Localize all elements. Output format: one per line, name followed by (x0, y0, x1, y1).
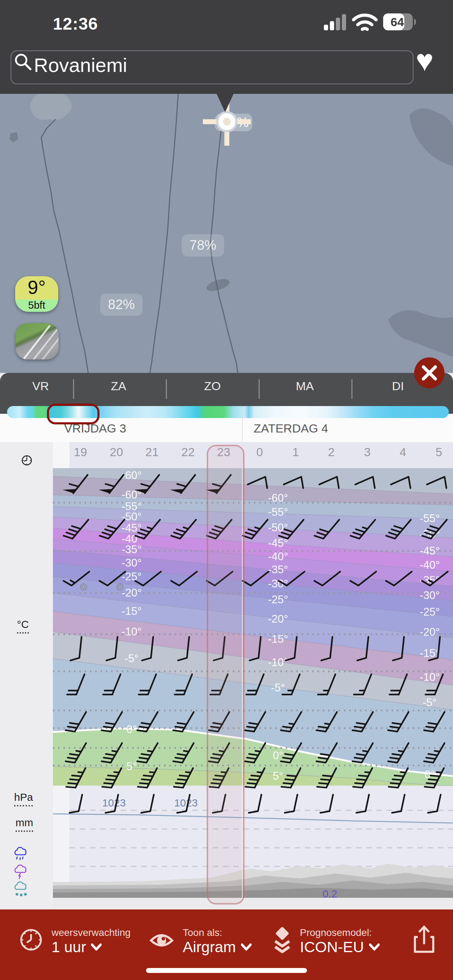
temp-contour-label: -20° (420, 626, 440, 638)
temp-contour-label: -5° (271, 682, 285, 694)
forecast-model-dropdown[interactable]: Prognosemodel: ICON-EU (272, 927, 380, 956)
header-pointer (217, 94, 234, 112)
chevron-down-icon (241, 943, 251, 951)
temp-contour-label: -50° (268, 522, 288, 534)
temp-contour-label: -20° (268, 613, 288, 625)
temperature-value: 9° (15, 276, 58, 299)
temp-contour-label: -15° (121, 605, 141, 617)
forecast-step-dropdown[interactable]: weersverwachting 1 uur (18, 927, 130, 956)
day-selector-item[interactable]: DI (392, 379, 404, 393)
day-divider (259, 379, 260, 399)
day-selector-item[interactable]: VR (32, 379, 49, 393)
svg-text:64: 64 (391, 15, 404, 29)
day-selector-item[interactable]: ZA (111, 379, 126, 393)
hour-label[interactable]: 4 (400, 445, 407, 459)
eye-icon (148, 927, 175, 953)
signal-icon (324, 14, 346, 30)
day-divider (166, 379, 167, 399)
chevron-down-icon (91, 943, 102, 951)
humidity-badge[interactable]: 82% (100, 294, 143, 316)
airgram-chart: -60°-60°-55°-50°-45°-40°-35°-30°-25°-20°… (53, 468, 453, 898)
status-icons: 64 (324, 11, 419, 35)
temp-contour-label: -45° (420, 545, 440, 557)
map-border-line (150, 94, 178, 373)
hour-label[interactable]: 3 (364, 445, 371, 459)
pressure-value-label: 1023 (102, 797, 126, 808)
precip-value-label: 0.2 (323, 888, 337, 898)
axis-label-pressure[interactable]: hPa (14, 791, 33, 807)
hour-label[interactable]: 5 (436, 445, 442, 459)
hour-label[interactable]: 19 (74, 445, 87, 459)
temp-contour-label: -35° (121, 543, 141, 555)
selected-time-column[interactable] (207, 445, 245, 905)
temp-contour-label: -40° (268, 550, 288, 563)
day-divider (351, 379, 353, 399)
thunder-icon (13, 862, 30, 881)
hour-label[interactable]: 21 (145, 445, 159, 459)
close-button[interactable] (414, 357, 445, 388)
status-time: 12:36 (53, 14, 98, 33)
dropdown-label: weersverwachting (51, 927, 130, 939)
temp-contour-label: -20° (121, 587, 141, 599)
dropdown-label: Prognosemodel: (300, 927, 380, 939)
temp-contour-label: -25° (268, 593, 288, 606)
temp-contour-label: -50° (121, 511, 141, 523)
app-screen: % 78% 82% 9° 5bft 12:36 (0, 0, 453, 980)
temp-contour-label: -40° (420, 559, 440, 571)
temp-contour-label: -5° (423, 696, 437, 709)
humidity-badge[interactable]: 78% (182, 234, 224, 256)
view-mode-dropdown[interactable]: Toon als: Airgram (148, 927, 251, 956)
dropdown-value: Airgram (183, 939, 236, 956)
header: 12:36 64 Rovaniem (0, 0, 453, 94)
clock-icon (18, 927, 44, 953)
temp-contour-label: -30° (121, 557, 141, 569)
hour-label[interactable]: 2 (328, 445, 335, 459)
hour-label[interactable]: 0 (256, 445, 263, 459)
rain-icon (13, 845, 30, 863)
temp-contour-label: 5° (273, 770, 283, 782)
temperature-wind-badge[interactable]: 9° 5bft (15, 276, 58, 312)
axis-label-temp[interactable]: °C (17, 619, 29, 633)
temp-contour-label: 0° (273, 749, 283, 762)
battery-icon: 64 (383, 13, 416, 30)
wifi-icon (353, 15, 376, 29)
hours-strip-pad (53, 442, 70, 468)
close-icon (414, 357, 445, 388)
temp-contour-label: -10° (420, 671, 440, 683)
temp-contour-label: -10° (268, 656, 288, 668)
map-view[interactable]: % 78% 82% 9° 5bft (0, 94, 453, 373)
chart-day-label: ZATERDAG 4 (254, 422, 328, 435)
temp-contour-label: -60° (121, 469, 141, 482)
search-icon (13, 52, 33, 72)
day-divider (73, 379, 74, 399)
layers-icon (272, 927, 292, 955)
temp-contour-label: -25° (420, 606, 440, 618)
temp-contour-label: -15° (268, 633, 288, 645)
day-selector-item[interactable]: MA (296, 379, 314, 393)
webcam-thumbnail[interactable] (16, 323, 59, 360)
favorite-heart-icon[interactable]: ♥ (416, 45, 434, 75)
day-selector-item[interactable]: ZO (204, 379, 221, 393)
clock-icon (21, 455, 32, 466)
temp-contour-label: -10° (121, 625, 141, 638)
hour-label[interactable]: 20 (110, 445, 123, 459)
temp-contour-label: 5° (126, 760, 137, 773)
temp-contour-label: -5° (124, 652, 139, 665)
temp-contour-label: 0° (126, 723, 137, 735)
temp-contour-label: -45° (268, 537, 288, 549)
temp-contour-label: -55° (268, 506, 288, 518)
axis-label-precip[interactable]: mm (16, 817, 33, 832)
temp-contour-label: -35° (268, 563, 288, 576)
dropdown-label: Toon als: (183, 927, 251, 939)
chevron-down-icon (369, 943, 380, 951)
temp-contour-label: -30° (420, 589, 440, 601)
search-query-text: Rovaniemi (34, 54, 127, 76)
timeline-selection-ring[interactable] (47, 404, 100, 425)
chart-axis-gutter: °C hPa mm (0, 442, 53, 910)
pressure-value-label: 1023 (174, 797, 198, 808)
temp-contour-label: -55° (420, 512, 440, 525)
share-icon[interactable] (412, 925, 437, 955)
hour-label[interactable]: 1 (292, 445, 299, 459)
hour-label[interactable]: 22 (181, 445, 195, 459)
home-indicator (146, 968, 307, 973)
